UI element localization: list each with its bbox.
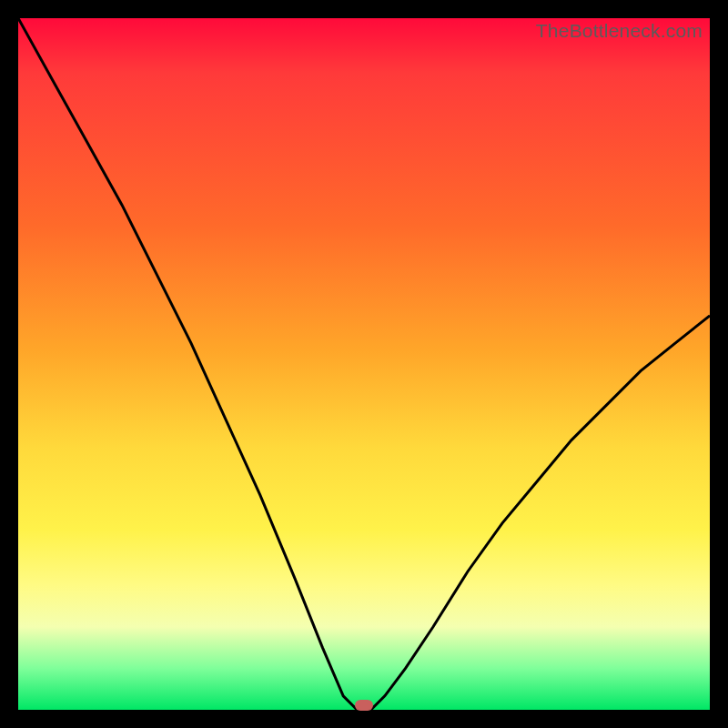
chart-frame: TheBottleneck.com xyxy=(0,0,728,728)
plot-area: TheBottleneck.com xyxy=(18,18,710,710)
optimal-marker xyxy=(355,700,373,711)
curve-path xyxy=(18,18,710,710)
bottleneck-curve xyxy=(18,18,710,710)
